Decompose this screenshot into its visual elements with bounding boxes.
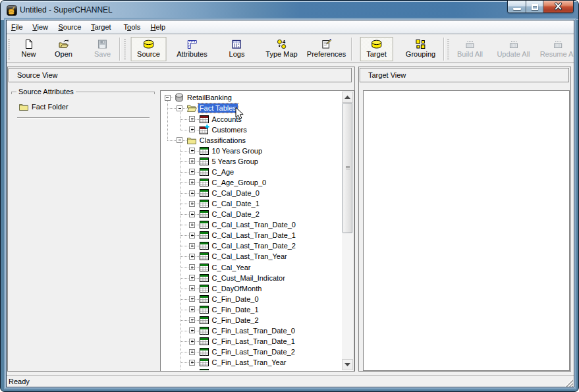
tree-expander-plus[interactable] (189, 360, 195, 366)
tree-node-c-fin-date-2[interactable]: C_Fin_Date_2 (211, 316, 260, 325)
toolbar-button-target[interactable]: Target (360, 37, 393, 61)
target-view-content[interactable] (363, 90, 570, 371)
tree-expander-plus[interactable] (189, 201, 195, 207)
toolbar-button-grouping[interactable]: Grouping (399, 37, 442, 61)
toolbar-button-open[interactable]: Open (48, 37, 79, 61)
source-view-title: Source View (17, 71, 58, 79)
toolbar-button-new[interactable]: New (14, 37, 42, 61)
tree-node-customers[interactable]: Customers (211, 125, 248, 134)
tree-node-c-cal-date-2[interactable]: C_Cal_Date_2 (211, 210, 261, 219)
tree-expander-plus[interactable] (189, 296, 195, 302)
toolbar-button-label: Resume All (540, 50, 574, 59)
toolbar-button-logs[interactable]: Logs (223, 37, 252, 61)
tree-node-c-age-group-0[interactable]: C_Age_Group_0 (211, 178, 268, 187)
tree-node-c-dayofmonth[interactable]: C_DayOfMonth (211, 284, 263, 293)
tree-expander-plus[interactable] (189, 169, 195, 175)
fact-folder-item[interactable]: Fact Folder (18, 101, 69, 112)
toolbar-button-source[interactable]: Source (130, 37, 167, 61)
toolbar-button-preferences[interactable]: Preferences (300, 37, 352, 61)
toolbar-button-label: Type Map (265, 50, 297, 59)
toolbar-button-update-all[interactable]: Update All (490, 37, 536, 61)
folder-open-icon (186, 103, 197, 113)
menu-file[interactable]: File (11, 20, 23, 34)
tree-expander-plus[interactable] (189, 243, 195, 249)
class-table-icon (199, 325, 209, 336)
tree-node-c-cal-year[interactable]: C_Cal_Year (211, 263, 252, 272)
tree-node-c-cal-date-1[interactable]: C_Cal_Date_1 (211, 199, 261, 208)
menu-tools[interactable]: Tools (124, 20, 141, 34)
close-button[interactable] (543, 1, 573, 13)
tree-expander-plus[interactable] (189, 349, 195, 355)
status-text: Ready (9, 376, 30, 387)
class-table-icon (199, 230, 209, 240)
folder-icon (186, 135, 197, 146)
tree-node-c-fin-date-0[interactable]: C_Fin_Date_0 (211, 294, 260, 304)
tree-expander-plus[interactable] (189, 116, 195, 122)
tree-node-c-cal-last-tran-date-1[interactable]: C_Cal_Last_Tran_Date_1 (211, 231, 297, 240)
tree-node-classifications[interactable]: Classifications (198, 136, 247, 145)
tree-expander-plus[interactable] (189, 233, 195, 238)
app-icon (7, 5, 17, 16)
maximize-button[interactable] (526, 1, 543, 13)
tree-node-c-cal-date-0[interactable]: C_Cal_Date_0 (211, 188, 261, 198)
attributes-icon (187, 38, 198, 49)
tree-expander-plus[interactable] (189, 211, 195, 217)
tree-expander-plus[interactable] (189, 264, 195, 270)
tree-node-c-fin-year[interactable]: C_Fin_Year (211, 368, 252, 370)
tree-content: RetailBankingFact TablesAccountsCustomer… (161, 92, 342, 370)
title-bar[interactable]: Untitled - SuperCHANNEL (1, 1, 578, 20)
tree-node-c-fin-last-tran-date-1[interactable]: C_Fin_Last_Tran_Date_1 (211, 337, 296, 346)
tree-node-c-age[interactable]: C_Age (211, 167, 236, 177)
tree-expander-minus[interactable] (177, 137, 182, 143)
tree-node-10-years-group[interactable]: 10 Years Group (211, 146, 263, 155)
scrollbar-thumb[interactable] (343, 103, 352, 233)
tree-node-5-years-group[interactable]: 5 Years Group (211, 157, 260, 166)
tree-node-c-cal-last-tran-year[interactable]: C_Cal_Last_Tran_Year (211, 252, 289, 261)
tree-node-c-cal-last-tran-date-2[interactable]: C_Cal_Last_Tran_Date_2 (211, 241, 297, 250)
tree-expander-plus[interactable] (189, 126, 195, 132)
minimize-button[interactable] (508, 1, 526, 13)
tree-node-c-cust-mail-indicator[interactable]: C_Cust_Mail_Indicator (211, 273, 287, 283)
tree-node-c-cal-last-tran-date-0[interactable]: C_Cal_Last_Tran_Date_0 (211, 220, 297, 229)
tree-node-fact-tables[interactable]: Fact Tables (198, 103, 238, 113)
toolbar-button-attributes[interactable]: Attributes (170, 37, 213, 61)
scrollbar-up-button[interactable] (342, 92, 353, 103)
tree-expander-plus[interactable] (189, 148, 195, 154)
tree-node-c-fin-date-1[interactable]: C_Fin_Date_1 (211, 305, 260, 314)
source-view-panel: Source View Source Attributes Fact Folde… (7, 67, 355, 372)
tree-expander-plus[interactable] (189, 306, 195, 312)
class-table-icon (199, 357, 209, 368)
toolbar-button-save[interactable]: Save (88, 37, 117, 61)
tree-expander-plus[interactable] (189, 158, 195, 164)
tree-expander-plus[interactable] (189, 327, 195, 333)
menu-target[interactable]: Target (91, 20, 111, 34)
tree-node-c-fin-last-tran-date-0[interactable]: C_Fin_Last_Tran_Date_0 (211, 326, 296, 335)
class-table-icon (199, 368, 209, 370)
tree-scrollbar[interactable] (342, 92, 353, 370)
tree-expander-minus[interactable] (177, 105, 182, 111)
tree-node-retailbanking[interactable]: RetailBanking (186, 93, 233, 102)
tree-node-c-fin-last-tran-date-2[interactable]: C_Fin_Last_Tran_Date_2 (211, 347, 296, 356)
tree-expander-plus[interactable] (189, 285, 195, 291)
tree-expander-plus[interactable] (189, 317, 195, 323)
open-folder-icon (58, 38, 69, 49)
toolbar-button-build-all[interactable]: Build All (451, 37, 489, 61)
resize-grip-icon[interactable] (563, 377, 573, 387)
tree-expander-minus[interactable] (165, 95, 171, 101)
scrollbar-down-button[interactable] (342, 359, 353, 370)
toolbar-button-type-map[interactable]: 4Type Map (259, 37, 304, 61)
tree-node-c-fin-last-tran-year[interactable]: C_Fin_Last_Tran_Year (211, 358, 288, 367)
menu-help[interactable]: Help (151, 20, 166, 34)
toolbar-button-resume-all[interactable]: Resume All (534, 37, 574, 61)
tree-expander-plus[interactable] (189, 275, 195, 281)
menu-view[interactable]: View (32, 20, 48, 34)
menu-source[interactable]: Source (59, 20, 82, 34)
toolbar-gripper (124, 39, 126, 59)
tree-expander-plus[interactable] (189, 222, 195, 228)
tree-expander-plus[interactable] (189, 179, 195, 185)
tree-expander-plus[interactable] (189, 254, 195, 260)
class-table-icon (199, 209, 209, 219)
toolbar-button-label: Build All (457, 50, 483, 59)
tree-expander-plus[interactable] (189, 190, 195, 196)
tree-expander-plus[interactable] (189, 339, 195, 345)
